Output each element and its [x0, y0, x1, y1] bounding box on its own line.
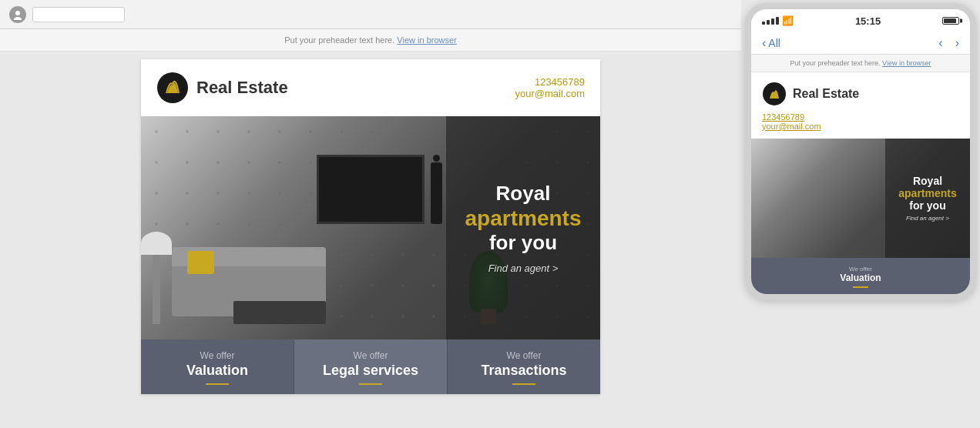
phone-view-in-browser-link[interactable]: View in browser	[882, 59, 931, 67]
lamp-shade	[141, 232, 172, 255]
phone-hero-title: Royal	[913, 175, 942, 187]
phone-email-header: Real Estate	[751, 72, 970, 112]
figure-head	[433, 155, 440, 162]
hero-highlight: apartments	[465, 206, 582, 231]
battery-fill	[944, 18, 956, 23]
email-header: Real Estate 123456789 your@mail.com	[141, 59, 600, 116]
figure-silhouette	[431, 162, 442, 224]
service-valuation: We offer Valuation	[141, 339, 294, 394]
logo-container: Real Estate	[156, 72, 288, 104]
service-transactions-label: We offer	[455, 350, 592, 361]
phone-preheader-text: Put your preheader text here.	[790, 59, 881, 67]
phone-link[interactable]: 123456789	[515, 76, 586, 88]
service-transactions: We offer Transactions	[448, 339, 600, 394]
real-estate-logo-icon	[156, 72, 189, 104]
address-bar[interactable]	[32, 7, 125, 22]
phone-frame: 📶 15:15 ‹ All ‹ › Put your preheader tex…	[745, 3, 976, 300]
mobile-panel: 📶 15:15 ‹ All ‹ › Put your preheader tex…	[741, 0, 980, 428]
back-label: All	[768, 37, 780, 49]
svg-point-0	[15, 11, 20, 15]
time-display: 15:15	[855, 15, 881, 27]
services-row: We offer Valuation We offer Legal servic…	[141, 339, 600, 394]
browser-chrome	[0, 0, 741, 29]
hero-image: Royal apartments for you Find an agent >	[141, 116, 600, 339]
phone-service-valuation-title: Valuation	[755, 273, 966, 283]
preheader-text: Put your preheader text here.	[284, 35, 394, 45]
phone-email-content: Real Estate 123456789 your@mail.com Roya…	[751, 72, 970, 294]
back-button[interactable]: ‹ All	[762, 36, 780, 50]
phone-service-valuation: We offer Valuation	[751, 258, 970, 294]
phone-service-valuation-underline	[853, 286, 868, 288]
signal-bars-icon	[762, 17, 779, 25]
service-legal-underline	[359, 383, 382, 385]
desktop-client: Put your preheader text here. View in br…	[0, 0, 741, 428]
phone-hero-cta[interactable]: Find an agent >	[906, 215, 949, 222]
service-transactions-underline	[512, 383, 535, 385]
service-legal-label: We offer	[302, 350, 439, 361]
hero-cta-link[interactable]: Find an agent >	[488, 262, 559, 274]
svg-point-1	[14, 17, 22, 20]
preheader-bar: Put your preheader text here. View in br…	[0, 29, 741, 52]
email-link[interactable]: your@mail.com	[515, 88, 586, 99]
hero-title-line1: Royal	[496, 182, 551, 206]
service-valuation-title: Valuation	[149, 363, 286, 379]
service-transactions-title: Transactions	[455, 363, 592, 379]
wifi-icon: 📶	[782, 15, 794, 26]
tv	[317, 155, 425, 224]
phone-service-valuation-label: We offer	[755, 266, 966, 273]
phone-preheader: Put your preheader text here. View in br…	[751, 55, 970, 72]
phone-logo-icon	[762, 82, 787, 106]
logo-text: Real Estate	[196, 78, 288, 98]
phone-hero-highlight: apartments	[898, 187, 956, 199]
phone-nav-bar[interactable]: ‹ All ‹ ›	[751, 32, 970, 55]
phone-contact: 123456789 your@mail.com	[751, 112, 970, 139]
battery-icon	[942, 17, 959, 25]
service-valuation-label: We offer	[149, 350, 286, 361]
service-legal: We offer Legal services	[294, 339, 448, 394]
phone-phone-link[interactable]: 123456789	[762, 112, 959, 122]
contact-info: 123456789 your@mail.com	[515, 76, 586, 99]
phone-email-link[interactable]: your@mail.com	[762, 122, 959, 131]
phone-hero-subtitle: for you	[909, 199, 945, 212]
view-in-browser-link[interactable]: View in browser	[397, 35, 456, 45]
phone-hero-image: Royal apartments for you Find an agent >	[751, 139, 970, 258]
next-arrow-icon[interactable]: ›	[955, 36, 959, 50]
nav-arrows[interactable]: ‹ ›	[938, 36, 959, 50]
back-chevron-icon: ‹	[762, 36, 766, 50]
sofa-pillow	[187, 251, 214, 274]
hero-overlay: Royal apartments for you Find an agent >	[446, 116, 600, 339]
phone-status-bar: 📶 15:15	[751, 9, 970, 32]
service-legal-title: Legal services	[302, 363, 439, 379]
coffee-table	[233, 301, 326, 324]
floor-lamp	[153, 232, 160, 324]
email-content-area: Put your preheader text here. View in br…	[0, 29, 741, 428]
browser-avatar-icon	[9, 6, 26, 23]
email-card: Real Estate 123456789 your@mail.com	[141, 59, 600, 394]
phone-services-row: We offer Valuation	[751, 258, 970, 294]
hero-title-line2: for you	[489, 231, 557, 255]
phone-logo-text: Real Estate	[793, 87, 859, 101]
phone-hero-overlay: Royal apartments for you Find an agent >	[885, 139, 970, 258]
prev-arrow-icon[interactable]: ‹	[938, 36, 942, 50]
service-valuation-underline	[206, 383, 229, 385]
